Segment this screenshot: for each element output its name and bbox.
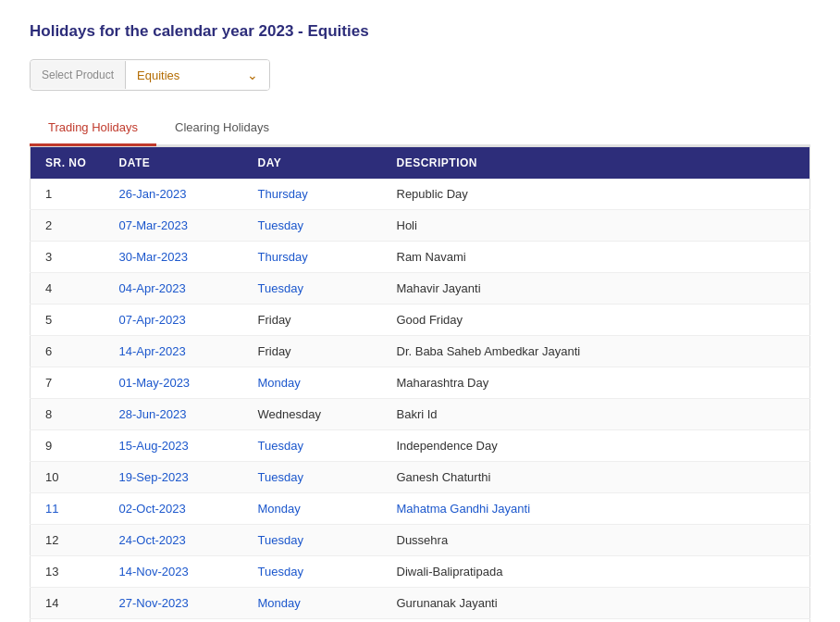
cell-day: Wednesday bbox=[243, 399, 382, 430]
table-header: SR. NO DATE DAY DESCRIPTION bbox=[31, 147, 810, 180]
cell-date: 26-Jan-2023 bbox=[105, 179, 243, 210]
cell-day: Tuesday bbox=[243, 273, 382, 305]
cell-day: Monday bbox=[243, 493, 382, 525]
cell-date: 25-Dec-2023 bbox=[105, 619, 243, 623]
cell-date: 14-Nov-2023 bbox=[105, 556, 243, 588]
table-row: 13 14-Nov-2023 Tuesday Diwali-Balipratip… bbox=[31, 556, 810, 588]
cell-date: 02-Oct-2023 bbox=[105, 493, 243, 525]
cell-srno: 11 bbox=[31, 493, 105, 525]
cell-date: 30-Mar-2023 bbox=[105, 242, 243, 273]
cell-day: Thursday bbox=[243, 179, 382, 210]
col-srno: SR. NO bbox=[31, 147, 105, 180]
cell-day: Friday bbox=[243, 305, 382, 336]
page-title: Holidays for the calendar year 2023 - Eq… bbox=[30, 22, 810, 41]
cell-description: Independence Day bbox=[382, 430, 810, 462]
cell-description: Maharashtra Day bbox=[382, 367, 810, 399]
cell-day: Tuesday bbox=[243, 462, 382, 493]
product-select-value[interactable]: Equities ⌄ bbox=[126, 60, 269, 90]
table-row: 4 04-Apr-2023 Tuesday Mahavir Jayanti bbox=[31, 273, 810, 305]
table-row: 12 24-Oct-2023 Tuesday Dussehra bbox=[31, 525, 810, 556]
tab-clearing-holidays[interactable]: Clearing Holidays bbox=[156, 111, 288, 146]
cell-date: 27-Nov-2023 bbox=[105, 588, 243, 619]
cell-date: 14-Apr-2023 bbox=[105, 336, 243, 367]
cell-srno: 7 bbox=[31, 367, 105, 399]
col-date: DATE bbox=[105, 147, 243, 180]
cell-date: 28-Jun-2023 bbox=[105, 399, 243, 430]
cell-srno: 8 bbox=[31, 399, 105, 430]
cell-date: 07-Mar-2023 bbox=[105, 210, 243, 242]
table-row: 5 07-Apr-2023 Friday Good Friday bbox=[31, 305, 810, 336]
table-row: 1 26-Jan-2023 Thursday Republic Day bbox=[31, 179, 810, 210]
cell-description: Good Friday bbox=[382, 305, 810, 336]
cell-description: Mahavir Jayanti bbox=[382, 273, 810, 305]
cell-description: Dr. Baba Saheb Ambedkar Jayanti bbox=[382, 336, 810, 367]
product-label: Select Product bbox=[31, 61, 126, 89]
cell-description: Gurunanak Jayanti bbox=[382, 588, 810, 619]
cell-description: Dussehra bbox=[382, 525, 810, 556]
holidays-table: SR. NO DATE DAY DESCRIPTION 1 26-Jan-202… bbox=[30, 146, 810, 622]
table-row: 14 27-Nov-2023 Monday Gurunanak Jayanti bbox=[31, 588, 810, 619]
cell-srno: 5 bbox=[31, 305, 105, 336]
table-container: SR. NO DATE DAY DESCRIPTION 1 26-Jan-202… bbox=[30, 146, 810, 622]
table-row: 15 25-Dec-2023 Monday Christmas bbox=[31, 619, 810, 623]
cell-srno: 10 bbox=[31, 462, 105, 493]
table-body: 1 26-Jan-2023 Thursday Republic Day 2 07… bbox=[31, 179, 810, 622]
cell-date: 04-Apr-2023 bbox=[105, 273, 243, 305]
cell-description: Ganesh Chaturthi bbox=[382, 462, 810, 493]
col-description: DESCRIPTION bbox=[382, 147, 810, 180]
cell-date: 19-Sep-2023 bbox=[105, 462, 243, 493]
cell-srno: 2 bbox=[31, 210, 105, 242]
table-row: 3 30-Mar-2023 Thursday Ram Navami bbox=[31, 242, 810, 273]
table-row: 6 14-Apr-2023 Friday Dr. Baba Saheb Ambe… bbox=[31, 336, 810, 367]
cell-day: Tuesday bbox=[243, 525, 382, 556]
cell-day: Tuesday bbox=[243, 210, 382, 242]
col-day: DAY bbox=[243, 147, 382, 180]
cell-date: 15-Aug-2023 bbox=[105, 430, 243, 462]
cell-date: 07-Apr-2023 bbox=[105, 305, 243, 336]
cell-description: Republic Day bbox=[382, 179, 810, 210]
product-selector[interactable]: Select Product Equities ⌄ bbox=[30, 59, 270, 91]
cell-srno: 15 bbox=[31, 619, 105, 623]
cell-day: Friday bbox=[243, 336, 382, 367]
tabs: Trading Holidays Clearing Holidays bbox=[30, 109, 810, 146]
cell-srno: 6 bbox=[31, 336, 105, 367]
cell-description: Ram Navami bbox=[382, 242, 810, 273]
tab-trading-holidays[interactable]: Trading Holidays bbox=[30, 111, 156, 146]
cell-srno: 13 bbox=[31, 556, 105, 588]
cell-day: Monday bbox=[243, 588, 382, 619]
cell-day: Thursday bbox=[243, 242, 382, 273]
cell-day: Monday bbox=[243, 367, 382, 399]
chevron-down-icon: ⌄ bbox=[247, 68, 258, 82]
cell-description: Holi bbox=[382, 210, 810, 242]
cell-srno: 3 bbox=[31, 242, 105, 273]
cell-srno: 4 bbox=[31, 273, 105, 305]
table-row: 11 02-Oct-2023 Monday Mahatma Gandhi Jay… bbox=[31, 493, 810, 525]
cell-day: Tuesday bbox=[243, 556, 382, 588]
table-row: 8 28-Jun-2023 Wednesday Bakri Id bbox=[31, 399, 810, 430]
table-row: 10 19-Sep-2023 Tuesday Ganesh Chaturthi bbox=[31, 462, 810, 493]
cell-description: Diwali-Balipratipada bbox=[382, 556, 810, 588]
cell-date: 24-Oct-2023 bbox=[105, 525, 243, 556]
cell-day: Monday bbox=[243, 619, 382, 623]
cell-description: Mahatma Gandhi Jayanti bbox=[382, 493, 810, 525]
cell-srno: 12 bbox=[31, 525, 105, 556]
cell-description: Bakri Id bbox=[382, 399, 810, 430]
cell-description: Christmas bbox=[382, 619, 810, 623]
table-row: 9 15-Aug-2023 Tuesday Independence Day bbox=[31, 430, 810, 462]
cell-srno: 14 bbox=[31, 588, 105, 619]
cell-date: 01-May-2023 bbox=[105, 367, 243, 399]
table-row: 7 01-May-2023 Monday Maharashtra Day bbox=[31, 367, 810, 399]
cell-srno: 1 bbox=[31, 179, 105, 210]
cell-srno: 9 bbox=[31, 430, 105, 462]
cell-day: Tuesday bbox=[243, 430, 382, 462]
product-select-text: Equities bbox=[137, 68, 179, 82]
table-row: 2 07-Mar-2023 Tuesday Holi bbox=[31, 210, 810, 242]
